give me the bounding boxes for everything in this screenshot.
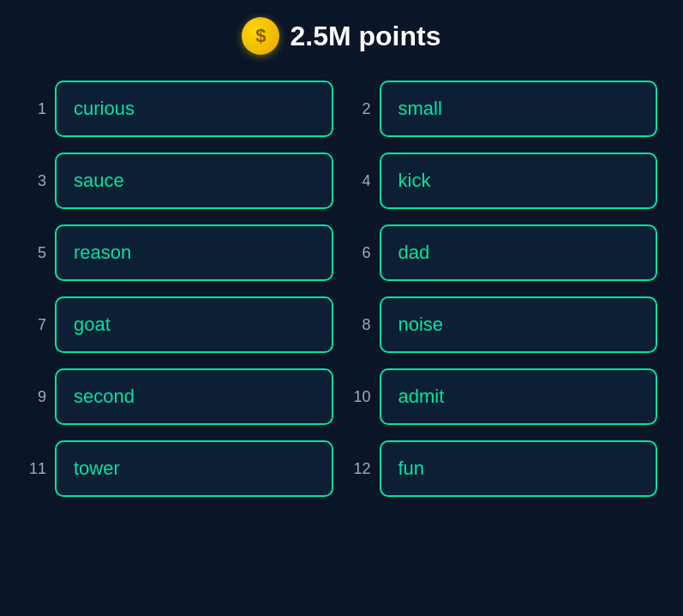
item-word: reason [74, 242, 131, 263]
item-word: dad [398, 242, 430, 263]
item-word: fun [398, 458, 425, 479]
item-word: kick [398, 170, 431, 191]
coin-icon: $ [242, 17, 279, 55]
item-box[interactable]: curious [55, 81, 333, 137]
grid-item[interactable]: 9second [26, 368, 333, 425]
item-word: sauce [74, 170, 124, 191]
item-word: curious [74, 98, 135, 119]
item-box[interactable]: kick [380, 153, 658, 209]
item-number: 3 [26, 172, 46, 190]
item-word: noise [398, 314, 444, 335]
item-box[interactable]: goat [55, 296, 333, 353]
item-number: 6 [350, 244, 371, 262]
item-word: second [74, 386, 135, 407]
item-box[interactable]: noise [380, 296, 658, 353]
item-word: goat [74, 314, 111, 335]
points-label: 2.5M points [290, 21, 440, 52]
item-word: small [398, 98, 442, 119]
item-box[interactable]: fun [380, 440, 658, 497]
grid-item[interactable]: 6dad [350, 224, 658, 281]
item-number: 9 [26, 388, 46, 406]
header: $ 2.5M points [242, 17, 440, 55]
item-number: 11 [26, 460, 46, 478]
grid-item[interactable]: 8noise [350, 296, 658, 353]
item-box[interactable]: admit [380, 368, 658, 425]
grid-item[interactable]: 7goat [26, 296, 333, 353]
item-number: 5 [26, 244, 46, 262]
grid-item[interactable]: 4kick [350, 153, 658, 209]
item-number: 10 [350, 388, 371, 406]
grid-item[interactable]: 2small [350, 81, 658, 137]
item-number: 12 [350, 460, 371, 478]
grid-item[interactable]: 1curious [26, 81, 333, 137]
item-number: 2 [350, 100, 371, 118]
grid-item[interactable]: 3sauce [26, 153, 333, 209]
item-box[interactable]: dad [380, 224, 658, 281]
grid-item[interactable]: 10admit [350, 368, 658, 425]
item-box[interactable]: second [55, 368, 333, 425]
item-number: 7 [26, 316, 46, 334]
coin-symbol: $ [255, 25, 266, 47]
item-box[interactable]: sauce [55, 153, 333, 209]
item-box[interactable]: small [380, 81, 658, 137]
item-number: 1 [26, 100, 46, 118]
item-box[interactable]: reason [55, 224, 333, 281]
word-grid: 1curious2small3sauce4kick5reason6dad7goa… [26, 81, 657, 497]
item-number: 4 [350, 172, 371, 190]
grid-item[interactable]: 5reason [26, 224, 333, 281]
item-number: 8 [350, 316, 371, 334]
grid-item[interactable]: 11tower [26, 440, 333, 497]
item-word: admit [398, 386, 445, 407]
item-word: tower [74, 458, 120, 479]
grid-item[interactable]: 12fun [350, 440, 658, 497]
item-box[interactable]: tower [55, 440, 333, 497]
